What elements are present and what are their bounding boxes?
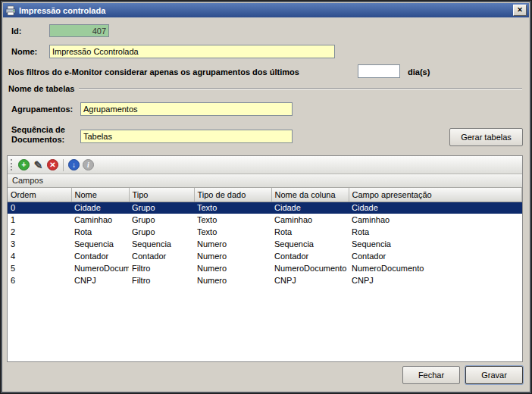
- table-cell: 6: [8, 274, 71, 286]
- gerar-tabelas-button[interactable]: Gerar tabelas: [449, 128, 523, 146]
- column-header[interactable]: Tipo: [129, 188, 194, 202]
- edit-icon[interactable]: ✎: [33, 159, 44, 170]
- campos-band[interactable]: Campos: [8, 174, 522, 188]
- table-cell: NumeroDocumento: [349, 262, 522, 274]
- dialog-body: Id: Nome: Nos filtros do e-Monitor consi…: [3, 17, 529, 391]
- sequencia-label-line1: Sequência de: [11, 125, 65, 134]
- table-cell: Rota: [349, 226, 522, 238]
- table-cell: Numero: [194, 250, 271, 262]
- table-cell: 5: [8, 262, 71, 274]
- toolbar-grip[interactable]: [11, 159, 13, 170]
- dias-input[interactable]: [358, 64, 400, 78]
- column-header[interactable]: Nome: [71, 188, 129, 202]
- close-button[interactable]: ✕: [513, 5, 527, 16]
- table-cell: 1: [8, 214, 71, 226]
- table-cell: 2: [8, 226, 71, 238]
- table-cell: 4: [8, 250, 71, 262]
- window-title: Impressão controlada: [19, 6, 105, 15]
- info-icon[interactable]: i: [83, 159, 94, 170]
- table-cell: Filtro: [129, 274, 194, 286]
- gravar-button[interactable]: Gravar: [465, 366, 523, 384]
- column-header[interactable]: Ordem: [8, 188, 71, 202]
- tabelas-group-header: Nome de tabelas: [8, 84, 522, 93]
- nome-label: Nome:: [11, 47, 37, 56]
- table-row[interactable]: 6CNPJFiltroNumeroCNPJCNPJ: [8, 274, 522, 286]
- delete-icon[interactable]: ✕: [47, 159, 58, 170]
- toolbar-separator: [63, 159, 64, 171]
- move-down-icon[interactable]: ↓: [68, 159, 80, 170]
- sequencia-documentos-label: Sequência deDocumentos:: [11, 125, 65, 145]
- table-cell: Caminhao: [71, 214, 129, 226]
- campos-grid: + ✎ ✕ ↓ i Campos OrdemNomeTipoTipo de da…: [7, 155, 523, 362]
- table-cell: Sequencia: [129, 238, 194, 250]
- table-cell: CNPJ: [271, 274, 349, 286]
- table-cell: 3: [8, 238, 71, 250]
- table-row[interactable]: 4ContadorContadorNumeroContadorContador: [8, 250, 522, 262]
- table-cell: Filtro: [129, 262, 194, 274]
- table-cell: Texto: [194, 214, 271, 226]
- column-header[interactable]: Nome da coluna: [271, 188, 349, 202]
- dias-suffix-label: dia(s): [408, 67, 430, 77]
- table-cell: Numero: [194, 262, 271, 274]
- table-cell: 0: [8, 202, 71, 214]
- fechar-button[interactable]: Fechar: [402, 366, 460, 384]
- table-row[interactable]: 1CaminhaoGrupoTextoCaminhaoCaminhao: [8, 214, 522, 226]
- table-cell: NumeroDocumento: [271, 262, 349, 274]
- tabelas-group-title: Nome de tabelas: [8, 84, 74, 93]
- table-row[interactable]: 2RotaGrupoTextoRotaRota: [8, 226, 522, 238]
- table-cell: Numero: [194, 238, 271, 250]
- grid-toolbar: + ✎ ✕ ↓ i: [8, 156, 522, 174]
- column-header[interactable]: Tipo de dado: [194, 188, 271, 202]
- table-cell: Sequencia: [349, 238, 522, 250]
- campos-grid-body: 0CidadeGrupoTextoCidadeCidade1CaminhaoGr…: [8, 202, 522, 286]
- table-cell: CNPJ: [349, 274, 522, 286]
- agrupamentos-label: Agrupamentos:: [11, 105, 73, 114]
- sequencia-label-line2: Documentos:: [11, 135, 64, 144]
- table-cell: Grupo: [129, 226, 194, 238]
- printer-icon: [5, 5, 16, 16]
- table-cell: Contador: [349, 250, 522, 262]
- table-row[interactable]: 5NumeroDocume...FiltroNumeroNumeroDocume…: [8, 262, 522, 274]
- table-cell: Rota: [71, 226, 129, 238]
- table-cell: Sequencia: [271, 238, 349, 250]
- nome-input[interactable]: [49, 45, 335, 58]
- table-cell: CNPJ: [71, 274, 129, 286]
- campos-table: OrdemNomeTipoTipo de dadoNome da colunaC…: [8, 188, 522, 286]
- title-bar[interactable]: Impressão controlada ✕: [3, 3, 529, 17]
- table-cell: Caminhao: [349, 214, 522, 226]
- filtros-label: Nos filtros do e-Monitor considerar apen…: [8, 67, 299, 77]
- group-divider: [79, 88, 522, 89]
- table-cell: Grupo: [129, 214, 194, 226]
- table-row[interactable]: 0CidadeGrupoTextoCidadeCidade: [8, 202, 522, 214]
- table-cell: Sequencia: [71, 238, 129, 250]
- table-cell: Cidade: [349, 202, 522, 214]
- table-cell: Contador: [129, 250, 194, 262]
- table-cell: Grupo: [129, 202, 194, 214]
- table-cell: Texto: [194, 226, 271, 238]
- id-label: Id:: [11, 27, 21, 36]
- table-row[interactable]: 3SequenciaSequenciaNumeroSequenciaSequen…: [8, 238, 522, 250]
- table-cell: Caminhao: [271, 214, 349, 226]
- add-icon[interactable]: +: [18, 159, 30, 170]
- table-cell: Cidade: [271, 202, 349, 214]
- dialog-window: Impressão controlada ✕ Id: Nome: Nos fil…: [0, 0, 532, 394]
- grid-header-row: OrdemNomeTipoTipo de dadoNome da colunaC…: [8, 188, 522, 202]
- table-cell: Contador: [271, 250, 349, 262]
- table-cell: Rota: [271, 226, 349, 238]
- table-cell: Cidade: [71, 202, 129, 214]
- table-cell: Numero: [194, 274, 271, 286]
- sequencia-documentos-input[interactable]: [80, 130, 293, 143]
- table-cell: Contador: [71, 250, 129, 262]
- table-cell: NumeroDocume...: [71, 262, 129, 274]
- column-header[interactable]: Campo apresentação: [349, 188, 522, 202]
- id-field: [49, 24, 109, 37]
- table-cell: Texto: [194, 202, 271, 214]
- agrupamentos-input[interactable]: [80, 102, 293, 116]
